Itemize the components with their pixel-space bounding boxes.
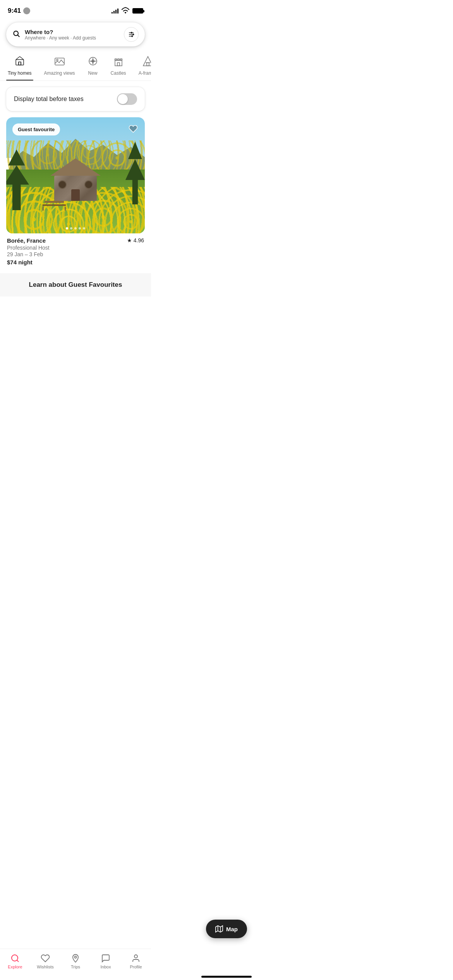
- a-frames-icon: [142, 56, 151, 68]
- search-bar-container: Where to? Anywhere · Any week · Add gues…: [0, 19, 151, 51]
- svg-rect-8: [16, 60, 24, 65]
- svg-rect-17: [115, 60, 122, 66]
- listing-host: Professional Host: [7, 245, 144, 251]
- tab-a-frames[interactable]: A-frames: [137, 53, 151, 81]
- carousel-dot-3: [74, 227, 77, 230]
- svg-point-6: [132, 36, 133, 37]
- status-dynamic-island: [23, 7, 30, 14]
- star-icon: ★: [127, 237, 132, 243]
- svg-point-15: [57, 59, 58, 61]
- listing-dates: 29 Jan – 3 Feb: [7, 251, 144, 257]
- castles-icon: [113, 56, 124, 68]
- svg-rect-13: [19, 62, 21, 65]
- listing-card[interactable]: Guest favourite Borée, France ★ 4.96 Pro…: [6, 117, 145, 267]
- svg-point-0: [14, 31, 18, 36]
- new-icon: [88, 56, 98, 68]
- display-total-toggle-container: Display total before taxes: [6, 87, 145, 111]
- svg-line-9: [16, 57, 20, 60]
- status-right: [112, 6, 143, 15]
- carousel-dot-4: [79, 227, 81, 230]
- tab-tiny-homes[interactable]: Tiny homes: [6, 53, 33, 81]
- tab-castles[interactable]: Castles: [109, 53, 128, 81]
- learn-banner[interactable]: Learn about Guest Favourites: [0, 273, 151, 296]
- battery-icon: [132, 8, 143, 14]
- listing-rating: ★ 4.96: [127, 237, 144, 243]
- rating-value: 4.96: [134, 237, 144, 243]
- carousel-dots: [66, 227, 85, 230]
- search-icon: [12, 30, 20, 39]
- svg-rect-21: [117, 63, 120, 66]
- status-time: 9:41: [8, 7, 21, 15]
- search-main-text: Where to?: [25, 29, 96, 35]
- listing-location: Borée, France: [7, 237, 46, 244]
- category-tabs: Tiny homes Amazing views New: [0, 51, 151, 81]
- listing-info: Borée, France ★ 4.96 Professional Host 2…: [6, 233, 145, 267]
- tiny-homes-icon: [14, 56, 25, 68]
- listing-info-row: Borée, France ★ 4.96: [7, 237, 144, 244]
- learn-banner-text: Learn about Guest Favourites: [29, 281, 122, 288]
- wifi-icon: [121, 6, 130, 15]
- search-bar[interactable]: Where to? Anywhere · Any week · Add gues…: [6, 22, 145, 46]
- tab-new[interactable]: New: [86, 53, 100, 81]
- castles-label: Castles: [111, 70, 126, 76]
- carousel-dot-2: [70, 227, 72, 230]
- search-sub-text: Anywhere · Any week · Add guests: [25, 35, 96, 41]
- search-bar-left: Where to? Anywhere · Any week · Add gues…: [12, 29, 96, 41]
- search-text: Where to? Anywhere · Any week · Add gues…: [25, 29, 96, 41]
- svg-rect-30: [147, 63, 149, 66]
- display-toggle-switch[interactable]: [117, 93, 137, 105]
- new-label: New: [88, 70, 98, 76]
- svg-line-1: [18, 35, 20, 37]
- wishlist-button[interactable]: [126, 122, 140, 136]
- tab-amazing-views[interactable]: Amazing views: [43, 53, 77, 81]
- svg-point-7: [131, 32, 132, 33]
- amazing-views-label: Amazing views: [44, 70, 75, 76]
- carousel-dot-5: [83, 227, 85, 230]
- tiny-homes-label: Tiny homes: [8, 70, 32, 76]
- a-frames-label: A-frames: [139, 70, 151, 76]
- status-bar: 9:41: [0, 0, 151, 19]
- filter-button[interactable]: [124, 27, 139, 42]
- listing-price: $74 night: [7, 259, 144, 266]
- svg-point-5: [133, 34, 134, 35]
- guest-favourite-badge: Guest favourite: [12, 123, 60, 135]
- status-left: 9:41: [8, 7, 30, 15]
- amazing-views-icon: [54, 56, 65, 68]
- listing-image: Guest favourite: [6, 117, 145, 233]
- svg-marker-28: [143, 57, 151, 66]
- display-toggle-label: Display total before taxes: [14, 96, 84, 103]
- carousel-dot-1: [66, 227, 68, 230]
- svg-line-10: [20, 57, 24, 60]
- signal-icon: [112, 8, 118, 14]
